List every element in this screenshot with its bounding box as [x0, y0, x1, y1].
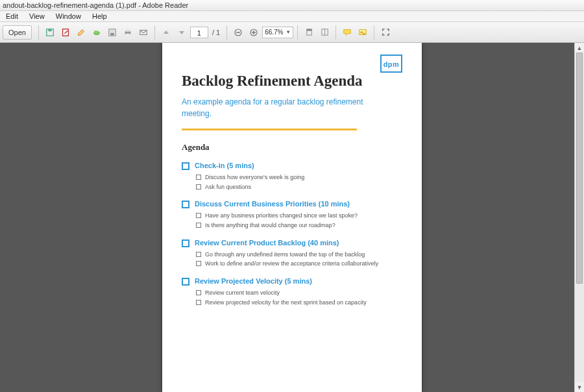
menu-help[interactable]: Help	[88, 11, 112, 22]
cloud-icon[interactable]	[90, 25, 104, 40]
fullscreen-icon[interactable]	[378, 25, 393, 40]
section-title: Review Projected Velocity (5 mins)	[195, 277, 312, 285]
checkbox-icon	[196, 252, 201, 257]
scroll-thumb[interactable]	[576, 53, 583, 284]
open-button-label: Open	[8, 29, 26, 36]
section-items: Go through any undefined items toward th…	[196, 251, 402, 268]
list-item: Go through any undefined items toward th…	[196, 251, 402, 259]
vertical-scrollbar[interactable]: ▲ ▼	[574, 43, 584, 392]
item-text: Ask fun questions	[205, 184, 251, 191]
menu-bar: Edit View Window Help	[0, 11, 584, 22]
window-title: andout-backlog-refinement-agenda (1).pdf…	[3, 1, 188, 9]
bookmark-icon[interactable]	[302, 25, 316, 40]
zoom-out-icon[interactable]	[231, 25, 245, 40]
email-icon[interactable]	[136, 25, 151, 40]
print-to-pdf-icon[interactable]	[58, 25, 73, 40]
toolbar-separator	[38, 25, 39, 40]
zoom-dropdown[interactable]: 66.7% ▼	[262, 27, 293, 38]
item-text: Review projected velocity for the next s…	[205, 299, 367, 307]
item-text: Is there anything that would change our …	[205, 222, 335, 230]
edit-icon[interactable]	[74, 25, 88, 40]
agenda-section: Check-in (5 mins)Discuss how everyone's …	[182, 162, 402, 191]
item-text: Work to define and/or review the accepta…	[205, 260, 378, 268]
section-header: Review Projected Velocity (5 mins)	[182, 277, 402, 286]
svg-point-4	[94, 30, 97, 32]
checkbox-icon	[196, 300, 201, 305]
toolbar-separator	[374, 25, 374, 40]
open-button[interactable]: Open	[3, 25, 32, 40]
sign-icon[interactable]	[356, 25, 370, 40]
section-header: Check-in (5 mins)	[182, 162, 402, 170]
list-item: Ask fun questions	[196, 184, 402, 191]
checkbox-icon	[196, 261, 201, 266]
toolbar-separator	[335, 25, 336, 40]
checkbox-icon	[182, 201, 189, 208]
dpm-logo: dpm	[380, 55, 402, 73]
chevron-down-icon: ▼	[286, 29, 291, 35]
read-mode-icon[interactable]	[317, 25, 332, 40]
zoom-value: 66.7%	[265, 29, 283, 36]
section-title: Check-in (5 mins)	[195, 162, 254, 169]
list-item: Have any business priorities changed sin…	[196, 212, 402, 220]
window-title-bar: andout-backlog-refinement-agenda (1).pdf…	[0, 0, 584, 11]
scroll-track[interactable]	[575, 53, 584, 382]
save-disk-icon[interactable]	[105, 25, 119, 40]
print-icon[interactable]	[121, 25, 135, 40]
checkbox-icon	[196, 290, 201, 295]
section-items: Discuss how everyone's week is goingAsk …	[196, 174, 402, 191]
section-items: Review current team velocityReview proje…	[196, 289, 402, 306]
toolbar-separator	[154, 25, 155, 40]
checkbox-icon	[182, 278, 189, 286]
list-item: Review current team velocity	[196, 289, 402, 297]
toolbar: Open 1 / 1 66.7% ▼	[0, 22, 584, 43]
list-item: Discuss how everyone's week is going	[196, 174, 402, 182]
svg-rect-21	[359, 29, 367, 34]
svg-rect-7	[110, 32, 114, 35]
toolbar-separator	[226, 25, 227, 40]
agenda-section: Discuss Current Business Priorities (10 …	[182, 200, 402, 229]
menu-view[interactable]: View	[25, 11, 49, 22]
section-header: Review Current Product Backlog (40 mins)	[182, 239, 402, 247]
checkbox-icon	[196, 213, 201, 218]
agenda-section: Review Current Product Backlog (40 mins)…	[182, 239, 402, 268]
checkbox-icon	[182, 162, 189, 170]
svg-rect-10	[126, 33, 129, 35]
item-text: Review current team velocity	[205, 289, 280, 297]
divider-bar	[182, 129, 357, 130]
svg-rect-1	[48, 29, 51, 31]
page-down-icon[interactable]	[175, 25, 189, 40]
item-text: Discuss how everyone's week is going	[205, 174, 304, 182]
section-title: Discuss Current Business Priorities (10 …	[195, 200, 350, 208]
list-item: Work to define and/or review the accepta…	[196, 260, 402, 268]
toolbar-separator	[297, 25, 298, 40]
page-total-label: / 1	[210, 29, 223, 36]
checkbox-icon	[196, 223, 201, 228]
item-text: Have any business priorities changed sin…	[205, 212, 358, 220]
svg-rect-18	[306, 29, 311, 31]
document-viewport[interactable]: dpm Backlog Refinement Agenda An example…	[0, 43, 584, 392]
section-items: Have any business priorities changed sin…	[196, 212, 402, 229]
list-item: Review projected velocity for the next s…	[196, 299, 402, 307]
agenda-section: Review Projected Velocity (5 mins)Review…	[182, 277, 402, 306]
menu-window[interactable]: Window	[51, 11, 86, 22]
comment-icon[interactable]	[340, 25, 354, 40]
scroll-up-icon[interactable]: ▲	[575, 43, 584, 53]
checkbox-icon	[196, 175, 201, 180]
svg-point-5	[97, 31, 99, 33]
checkbox-icon	[182, 239, 189, 247]
zoom-in-icon[interactable]	[247, 25, 261, 40]
document-title: Backlog Refinement Agenda	[182, 73, 402, 90]
scroll-down-icon[interactable]: ▼	[575, 382, 584, 392]
menu-edit[interactable]: Edit	[1, 11, 23, 22]
svg-rect-9	[126, 29, 129, 32]
pdf-page: dpm Backlog Refinement Agenda An example…	[162, 43, 422, 392]
section-header: Discuss Current Business Priorities (10 …	[182, 200, 402, 208]
section-title: Review Current Product Backlog (40 mins)	[195, 239, 339, 247]
list-item: Is there anything that would change our …	[196, 222, 402, 230]
document-subtitle: An example agenda for a regular backlog …	[182, 96, 376, 119]
checkbox-icon	[196, 184, 201, 190]
agenda-heading: Agenda	[182, 142, 402, 153]
page-number-input[interactable]: 1	[190, 27, 208, 38]
page-up-icon[interactable]	[159, 25, 173, 40]
save-icon[interactable]	[43, 25, 57, 40]
